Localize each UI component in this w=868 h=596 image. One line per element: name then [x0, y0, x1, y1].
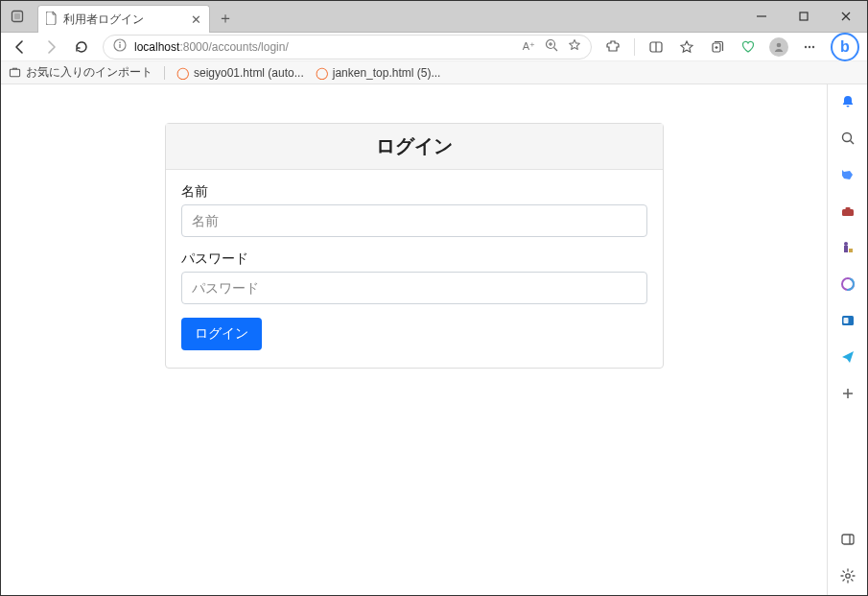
svg-point-20 — [809, 45, 810, 47]
svg-point-38 — [845, 574, 849, 578]
toolbar-right: b — [599, 33, 861, 61]
svg-rect-22 — [10, 69, 19, 76]
svg-point-6 — [114, 39, 126, 51]
svg-rect-33 — [843, 318, 848, 323]
split-screen-icon[interactable] — [643, 35, 669, 60]
svg-rect-36 — [842, 535, 854, 544]
login-card-body: 名前 パスワード ログイン — [166, 170, 663, 368]
svg-rect-3 — [800, 12, 808, 20]
svg-rect-29 — [849, 249, 853, 252]
svg-point-23 — [842, 133, 851, 142]
svg-rect-1 — [14, 13, 20, 19]
svg-line-10 — [554, 48, 558, 52]
edge-sidebar — [827, 84, 867, 595]
nav-forward-button[interactable] — [37, 35, 64, 60]
svg-rect-8 — [119, 44, 120, 48]
nav-refresh-button[interactable] — [68, 35, 95, 60]
bookmark-bar: お気に入りのインポート ◯ seigyo01.html (auto... ◯ j… — [1, 61, 867, 84]
tab-title: 利用者ログイン — [63, 12, 185, 28]
site-info-icon[interactable] — [113, 38, 127, 55]
sidebar-office-icon[interactable] — [836, 273, 859, 296]
svg-rect-0 — [12, 12, 23, 22]
page-icon — [46, 12, 58, 28]
address-bar[interactable]: localhost:8000/accounts/login/ A⁺ — [103, 35, 592, 60]
svg-line-24 — [850, 141, 854, 145]
svg-point-21 — [812, 45, 814, 47]
bing-chat-button[interactable]: b — [831, 33, 859, 61]
import-favorites-button[interactable]: お気に入りのインポート — [9, 64, 152, 81]
name-label: 名前 — [181, 183, 647, 201]
bookmark-item-2[interactable]: ◯ janken_top.html (5)... — [316, 66, 441, 80]
bookmark-item-1[interactable]: ◯ seigyo01.html (auto... — [176, 66, 304, 80]
password-label: パスワード — [181, 250, 647, 268]
svg-line-5 — [842, 12, 850, 20]
browser-toolbar: localhost:8000/accounts/login/ A⁺ — [1, 33, 867, 61]
svg-point-9 — [547, 40, 555, 49]
svg-rect-13 — [650, 42, 662, 52]
zoom-icon[interactable] — [545, 38, 558, 55]
browser-tab[interactable]: 利用者ログイン ✕ — [37, 5, 210, 33]
bookmark-separator — [164, 66, 165, 80]
more-menu-button[interactable] — [796, 35, 823, 60]
svg-rect-26 — [845, 207, 850, 210]
svg-rect-28 — [844, 246, 848, 252]
swirl-icon: ◯ — [176, 66, 189, 80]
favorites-icon[interactable] — [673, 35, 700, 60]
window-titlebar: 利用者ログイン ✕ ＋ — [1, 1, 867, 33]
read-aloud-icon[interactable]: A⁺ — [523, 40, 535, 53]
url-text: localhost:8000/accounts/login/ — [134, 40, 289, 54]
sidebar-bell-icon[interactable] — [836, 90, 859, 113]
svg-rect-32 — [842, 316, 854, 325]
sidebar-search-icon[interactable] — [836, 127, 859, 150]
import-favorites-label: お気に入りのインポート — [26, 64, 152, 81]
sidebar-send-icon[interactable] — [836, 346, 859, 369]
window-minimize-button[interactable] — [740, 1, 783, 32]
bookmark-label: seigyo01.html (auto... — [194, 66, 304, 80]
svg-rect-25 — [842, 209, 854, 216]
toolbar-separator — [634, 38, 635, 56]
login-card-header: ログイン — [166, 124, 663, 170]
content-shell: ログイン 名前 パスワード ログイン — [1, 84, 867, 595]
collections-icon[interactable] — [704, 35, 731, 60]
extensions-icon[interactable] — [599, 35, 626, 60]
login-submit-button[interactable]: ログイン — [181, 318, 262, 350]
svg-point-30 — [842, 278, 854, 290]
sidebar-panel-icon[interactable] — [836, 528, 859, 551]
profile-button[interactable] — [765, 35, 792, 60]
svg-point-27 — [844, 242, 848, 246]
login-card: ログイン 名前 パスワード ログイン — [165, 123, 664, 369]
sidebar-tools-icon[interactable] — [836, 200, 859, 223]
health-icon[interactable] — [735, 35, 762, 60]
password-input[interactable] — [181, 272, 647, 304]
window-controls — [740, 1, 867, 32]
svg-point-18 — [777, 42, 782, 47]
page-viewport: ログイン 名前 パスワード ログイン — [1, 84, 827, 595]
svg-point-31 — [842, 278, 854, 290]
tab-actions-button[interactable] — [1, 1, 34, 32]
nav-back-button[interactable] — [7, 35, 34, 60]
svg-rect-15 — [713, 43, 720, 52]
svg-line-4 — [842, 12, 850, 20]
new-tab-button[interactable]: ＋ — [210, 6, 241, 32]
sidebar-outlook-icon[interactable] — [836, 309, 859, 332]
sidebar-add-icon[interactable] — [836, 382, 859, 405]
bookmark-label: janken_top.html (5)... — [333, 66, 441, 80]
svg-point-7 — [119, 41, 121, 43]
window-close-button[interactable] — [825, 1, 867, 32]
window-maximize-button[interactable] — [783, 1, 825, 32]
swirl-icon: ◯ — [316, 66, 328, 80]
svg-point-19 — [805, 45, 807, 47]
sidebar-settings-icon[interactable] — [836, 564, 859, 587]
sidebar-shopping-icon[interactable] — [836, 163, 859, 186]
name-input[interactable] — [181, 204, 647, 237]
sidebar-games-icon[interactable] — [836, 236, 859, 259]
close-tab-button[interactable]: ✕ — [191, 12, 201, 27]
favorite-star-icon[interactable] — [568, 38, 581, 55]
